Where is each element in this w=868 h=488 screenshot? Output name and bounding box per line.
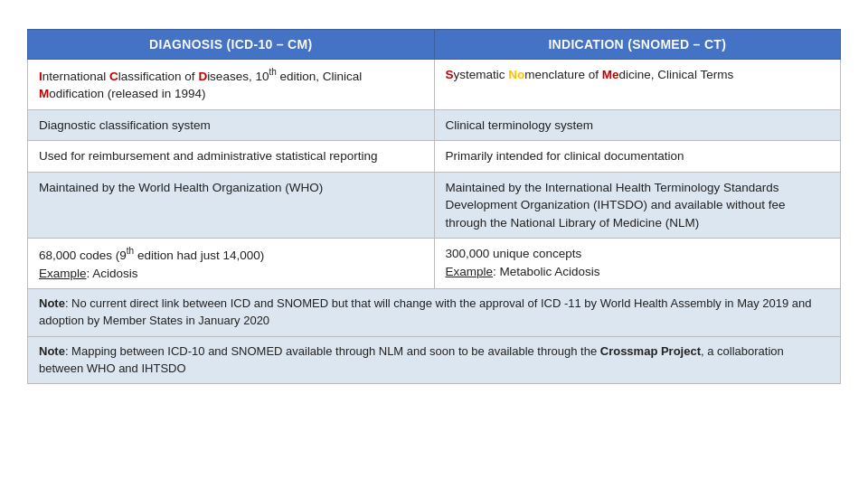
col2-header: INDICATION (SNOMED – CT) [434,30,841,60]
table-row: Used for reimbursement and administrativ… [28,141,841,173]
table-row: Diagnostic classification systemClinical… [28,109,841,141]
col1-header: DIAGNOSIS (ICD-10 – CM) [28,30,435,60]
table-row: Maintained by the World Health Organizat… [28,172,841,239]
table-row: International Classification of Diseases… [28,60,841,110]
comparison-table: DIAGNOSIS (ICD-10 – CM) INDICATION (SNOM… [27,29,841,384]
note-row: Note: No current direct link between ICD… [28,289,841,337]
note-row: Note: Mapping between ICD-10 and SNOMED … [28,336,841,384]
table-row: 68,000 codes (9th edition had just 14,00… [28,239,841,289]
